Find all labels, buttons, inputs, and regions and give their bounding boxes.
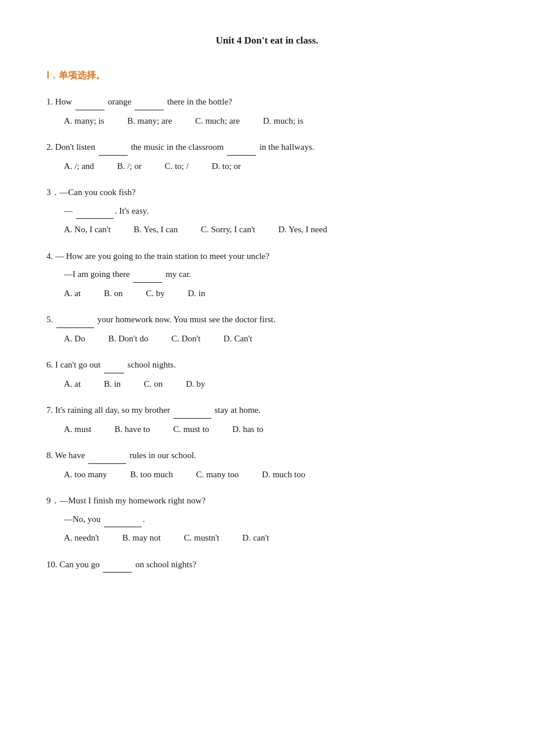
q6-text: 6. I can't go out school nights. bbox=[46, 358, 488, 373]
question-2: 2. Don't listen the music in the classro… bbox=[46, 140, 488, 174]
q3-question: 3．—Can you cook fish? bbox=[46, 185, 488, 200]
section1: Ⅰ．单项选择。 1. How orange there in the bottl… bbox=[46, 70, 488, 573]
q1-text: 1. How orange there in the bottle? bbox=[46, 95, 488, 110]
q4-options: A. at B. on C. by D. in bbox=[64, 286, 488, 301]
q3-answer: — . It's easy. bbox=[64, 204, 488, 219]
q5-text: 5. your homework now. You must see the d… bbox=[46, 312, 488, 328]
question-8: 8. We have rules in our school. A. too m… bbox=[46, 448, 488, 482]
question-3: 3．—Can you cook fish? — . It's easy. A. … bbox=[46, 185, 488, 237]
question-6: 6. I can't go out school nights. A. at B… bbox=[46, 358, 488, 391]
q4-answer: —I am going there my car. bbox=[64, 267, 488, 283]
q9-answer: —No, you . bbox=[64, 512, 488, 528]
page-title: Unit 4 Don't eat in class. bbox=[46, 35, 488, 46]
q2-options: A. /; and B. /; or C. to; / D. to; or bbox=[64, 159, 488, 174]
q7-text: 7. It's raining all day, so my brother s… bbox=[46, 403, 488, 419]
question-4: 4. — How are you going to the train stat… bbox=[46, 249, 488, 301]
q9-options: A. needn't B. may not C. mustn't D. can'… bbox=[64, 531, 488, 546]
q10-text: 10. Can you go on school nights? bbox=[46, 557, 488, 573]
question-7: 7. It's raining all day, so my brother s… bbox=[46, 403, 488, 437]
q8-options: A. too many B. too much C. many too D. m… bbox=[64, 467, 488, 483]
q4-question: 4. — How are you going to the train stat… bbox=[46, 249, 488, 264]
section1-header: Ⅰ．单项选择。 bbox=[46, 70, 488, 82]
q8-text: 8. We have rules in our school. bbox=[46, 448, 488, 464]
q1-options: A. many; is B. many; are C. much; are D.… bbox=[64, 114, 488, 129]
question-10: 10. Can you go on school nights? bbox=[46, 557, 488, 573]
q7-options: A. must B. have to C. must to D. has to bbox=[64, 422, 488, 437]
q6-options: A. at B. in C. on D. by bbox=[64, 377, 488, 392]
question-5: 5. your homework now. You must see the d… bbox=[46, 312, 488, 346]
q2-text: 2. Don't listen the music in the classro… bbox=[46, 140, 488, 156]
q9-question: 9．—Must I finish my homework right now? bbox=[46, 494, 488, 509]
question-1: 1. How orange there in the bottle? A. ma… bbox=[46, 95, 488, 128]
q5-options: A. Do B. Don't do C. Don't D. Can't bbox=[64, 332, 488, 347]
question-9: 9．—Must I finish my homework right now? … bbox=[46, 494, 488, 546]
q3-options: A. No, I can't B. Yes, I can C. Sorry, I… bbox=[64, 222, 488, 237]
